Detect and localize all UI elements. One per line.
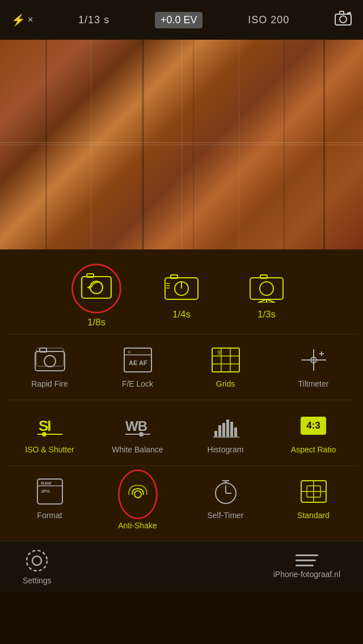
format-label: Format: [37, 511, 62, 520]
iso-display: ISO 200: [248, 14, 289, 26]
viewfinder: [0, 40, 363, 249]
controls-panel: 1/8s 1/4s: [0, 249, 363, 541]
standard-icon: [297, 477, 331, 506]
anti-shake-label: Anti-Shake: [118, 521, 157, 531]
bottom-bar: Settings iPhone-fotograaf.nl: [0, 541, 363, 592]
settings-button[interactable]: Settings: [23, 549, 52, 585]
grids-icon: 9: [209, 345, 243, 375]
flash-off-icon: ×: [28, 15, 33, 25]
self-timer-icon: [209, 477, 243, 506]
feature-aspect-ratio[interactable]: 4:3 Aspect Ratio: [269, 403, 357, 463]
anti-shake-icon: [118, 474, 158, 514]
standard-label: Standard: [297, 511, 330, 520]
grids-label: Grids: [216, 379, 235, 389]
svg-point-1: [340, 16, 347, 23]
feature-iso-shutter[interactable]: SI ISO & Shutter: [6, 403, 94, 463]
svg-point-11: [260, 282, 273, 295]
settings-label: Settings: [23, 576, 52, 585]
feature-standard[interactable]: Standard: [269, 469, 357, 539]
iso-shutter-icon: SI: [33, 411, 67, 440]
format-icon: RAW JPG: [33, 477, 67, 506]
svg-rect-19: [36, 348, 64, 366]
tiltmeter-label: Tiltmeter: [298, 379, 329, 389]
feature-format[interactable]: RAW JPG Format: [6, 469, 94, 539]
svg-text:WB: WB: [125, 418, 147, 434]
svg-rect-44: [222, 423, 225, 437]
svg-text:9: 9: [217, 350, 221, 356]
svg-rect-2: [340, 11, 344, 14]
feature-rapid-fire[interactable]: Rapid Fire: [6, 337, 94, 397]
feature-grids[interactable]: 9 Grids: [182, 337, 269, 397]
feature-histogram[interactable]: Histogram: [182, 403, 269, 463]
menu-icon: [296, 554, 318, 566]
ev-display: +0.0 EV: [155, 12, 203, 28]
svg-rect-43: [218, 425, 221, 437]
histogram-label: Histogram: [208, 445, 244, 455]
self-timer-label: Self-Timer: [207, 511, 243, 520]
feature-white-balance[interactable]: WB White Balance: [94, 403, 182, 463]
feature-self-timer[interactable]: Self-Timer: [182, 469, 269, 539]
feature-tiltmeter[interactable]: Tiltmeter: [269, 337, 357, 397]
website-label: iPhone-fotograaf.nl: [273, 570, 340, 579]
svg-point-53: [134, 491, 141, 498]
aspect-ratio-label: Aspect Ratio: [291, 445, 336, 455]
svg-rect-9: [250, 278, 283, 299]
shutter-option-1-8s[interactable]: 1/8s: [62, 264, 130, 328]
svg-point-64: [27, 550, 47, 571]
website-link[interactable]: iPhone-fotograaf.nl: [273, 554, 340, 579]
status-bar: ⚡ × 1/13 s +0.0 EV ISO 200: [0, 0, 363, 40]
svg-rect-46: [230, 422, 233, 437]
camera-switch-icon[interactable]: [335, 11, 352, 29]
svg-point-63: [32, 556, 41, 565]
shutter-option-1-3s[interactable]: 1/3s: [233, 272, 301, 320]
shutter-option-1-4s[interactable]: 1/4s: [147, 272, 216, 320]
feature-row-1: Rapid Fire ≡ AE AF F/E Lock: [0, 334, 363, 400]
rapid-fire-icon: [33, 345, 67, 375]
shutter-label-1-4s: 1/4s: [172, 309, 191, 320]
rapid-fire-label: Rapid Fire: [31, 379, 68, 389]
fe-lock-label: F/E Lock: [122, 379, 153, 389]
svg-rect-10: [260, 275, 267, 278]
fe-lock-icon: ≡ AE AF: [121, 345, 155, 375]
aspect-ratio-icon: 4:3: [297, 411, 331, 440]
svg-rect-25: [212, 348, 239, 372]
feature-fe-lock[interactable]: ≡ AE AF F/E Lock: [94, 337, 182, 397]
svg-text:≡: ≡: [128, 349, 130, 355]
white-balance-label: White Balance: [112, 445, 163, 455]
svg-rect-45: [226, 420, 229, 437]
svg-rect-4: [87, 274, 94, 277]
iso-shutter-label: ISO & Shutter: [25, 445, 74, 455]
svg-point-18: [44, 355, 56, 367]
svg-point-41: [139, 432, 143, 437]
shutter-speed-row: 1/8s 1/4s: [0, 255, 363, 334]
flash-indicator: ⚡ ×: [11, 13, 33, 27]
svg-rect-16: [35, 351, 65, 371]
feature-row-2: SI ISO & Shutter WB White Balance: [0, 400, 363, 465]
white-balance-icon: WB: [121, 411, 155, 440]
svg-text:AE: AE: [129, 359, 137, 366]
svg-text:AF: AF: [139, 359, 147, 366]
svg-text:SI: SI: [39, 417, 50, 434]
shutter-label-1-3s: 1/3s: [258, 309, 276, 320]
shutter-label-1-8s: 1/8s: [87, 317, 105, 328]
feature-row-3: RAW JPG Format Anti-Shake: [0, 466, 363, 541]
flash-icon: ⚡: [11, 13, 26, 27]
aspect-ratio-badge: 4:3: [301, 417, 326, 435]
tiltmeter-icon: [297, 345, 331, 375]
feature-anti-shake[interactable]: Anti-Shake: [94, 469, 182, 539]
shutter-speed-display: 1/13 s: [78, 14, 109, 26]
svg-point-38: [42, 432, 47, 437]
svg-text:RAW: RAW: [41, 481, 52, 486]
svg-rect-3: [82, 277, 111, 298]
svg-rect-42: [214, 431, 217, 437]
histogram-icon: [209, 411, 243, 440]
svg-text:JPG: JPG: [41, 489, 50, 494]
svg-rect-47: [234, 427, 237, 437]
svg-rect-7: [171, 275, 178, 278]
